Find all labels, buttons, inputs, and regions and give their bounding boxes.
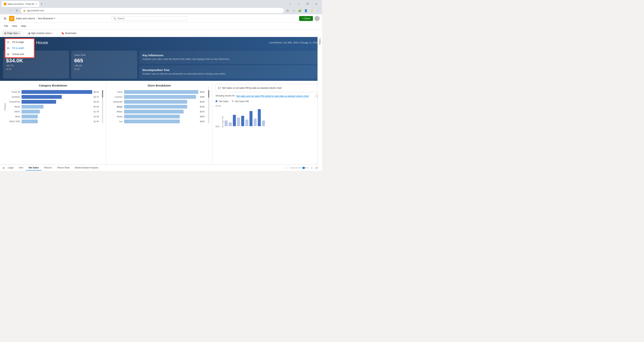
fit-to-page-option[interactable]: ⊡ Fit to page [5, 39, 34, 45]
settings-btn[interactable]: ⋮ [315, 8, 320, 13]
legend-dot-net-sales-pm: Net Sales PM [232, 100, 249, 103]
bookmarks-btn[interactable]: 🔖 Bookmarks [59, 30, 78, 36]
tab-title: Sales and returns - Power BI [8, 3, 34, 5]
filters-panel[interactable]: Filters [318, 37, 322, 171]
tab-legal[interactable]: Legal [5, 165, 16, 170]
user-avatar[interactable] [314, 16, 320, 21]
pbi-toolbar: ⊞ Page view ▾ ⊡ Fit to page ⊟ Fit to wid… [0, 30, 322, 37]
tab-close-btn[interactable]: ✕ [35, 3, 37, 5]
kpi-section: Net Sales $34.0K +67.7% vs /m Units Sold… [0, 48, 322, 81]
bar-fill-abbas [124, 110, 184, 114]
tab-nav-left-btn[interactable]: ◀ [2, 166, 5, 170]
profile-btn[interactable]: 👤 [303, 8, 308, 13]
menu-help[interactable]: Help [19, 24, 28, 28]
bar-fill-onenote [22, 95, 62, 99]
bar-value-leo: $30K [200, 120, 207, 122]
extensions-btn[interactable]: 🧩 [297, 8, 302, 13]
bar-fill-word [22, 115, 38, 118]
bar-container-abbas [124, 110, 198, 114]
bar-fill-powerbi [22, 90, 92, 94]
new-tab-button[interactable]: + [39, 2, 44, 6]
share-btn[interactable]: ↗ Share [299, 16, 313, 21]
bar-value-powerpoint: $3.2K [94, 101, 101, 103]
bar-fill-aliqui [124, 105, 187, 108]
bar-fill-powerpoint [22, 100, 56, 104]
report-dropdown-btn[interactable]: ▾ [54, 17, 55, 20]
decomposition-tree-desc: Enables users to drill into any dimensio… [142, 72, 316, 76]
menu-view[interactable]: View [10, 24, 19, 28]
minimize-btn[interactable] [294, 1, 303, 7]
store-breakdown-title: Store Breakdown [109, 84, 210, 87]
cast-btn[interactable]: ⊡ [285, 8, 290, 13]
tab-search-btn[interactable]: ⌄ [286, 1, 294, 7]
bar-value-skype: $2.0K [94, 106, 101, 108]
list-item [254, 118, 257, 126]
browser-tab-active[interactable]: Sales and returns - Power BI ✕ [2, 1, 39, 7]
tab-returns[interactable]: Returns [41, 165, 54, 170]
browser-actions: ⊡ ☆ 🧩 👤 ⚡ ⋮ [285, 8, 320, 13]
zoom-out-btn[interactable]: − [284, 166, 288, 170]
menu-file[interactable]: File [2, 24, 10, 28]
search-input[interactable] [117, 17, 155, 20]
bar-label-powerpoint: PowerPoint [7, 101, 20, 103]
tab-intro[interactable]: Intro [16, 165, 26, 170]
waffle-menu-btn[interactable]: ⊞ [2, 16, 8, 21]
net-sales-pm-legend-label: Net Sales PM [235, 100, 249, 103]
high-contrast-btn[interactable]: ◑ High-contrast colors ▾ [26, 30, 54, 36]
table-row: Power BI $6.5K [7, 90, 101, 94]
report-header: soft | Alpine Ski House Last Refresh: Ju… [0, 37, 322, 48]
maximize-btn[interactable] [303, 1, 312, 7]
sync-btn[interactable]: ⚡ [309, 8, 314, 13]
tab-net-sales[interactable]: Net Sales [26, 165, 41, 170]
page-view-btn[interactable]: ⊞ Page view ▾ [2, 30, 21, 36]
category-scrollbar[interactable] [102, 90, 103, 123]
close-btn[interactable] [312, 1, 320, 7]
tab-bar: Sales and returns - Power BI ✕ + ⌄ [0, 0, 322, 7]
bar-label-skype: Skype [7, 106, 20, 108]
tab-return-rate[interactable]: Return Rate [54, 165, 72, 170]
bar-value-aliqui: $34K [200, 106, 207, 108]
features-panel: Key Influencers Analyzes your data, rank… [140, 50, 319, 78]
zoom-slider[interactable] [290, 168, 308, 168]
bookmark-btn[interactable]: ☆ [291, 8, 296, 13]
high-contrast-icon: ◑ [28, 32, 30, 35]
zoom-in-btn[interactable]: + [310, 166, 314, 170]
key-influencers-title: Key Influencers [142, 54, 316, 57]
fit-to-width-option[interactable]: ⊟ Fit to width [5, 45, 34, 51]
category-scroll-thumb[interactable] [102, 90, 103, 98]
bar-value-contoso: $39K [200, 96, 207, 98]
ki-chart-wrapper: $100K $50K Net Sales PM [216, 105, 319, 128]
back-btn[interactable]: ← [2, 8, 7, 13]
store-info-icon[interactable]: ○ [208, 86, 209, 89]
table-row: XBOX ONE $1.5K [7, 120, 101, 123]
category-bar-chart: Power BI $6.5K OneNote $3 [7, 90, 101, 123]
actual-size-icon: ⊞ [7, 53, 10, 56]
actual-size-option[interactable]: ⊞ Actual size [5, 51, 34, 57]
store-scroll-thumb[interactable] [208, 90, 209, 98]
ki-showing-link[interactable]: Net sales and net sales PM sorted by sal… [236, 94, 309, 98]
window-controls: ⌄ [286, 1, 320, 7]
url-bar[interactable]: 🔒 app.powerbi.com [21, 8, 284, 13]
store-scrollbar[interactable] [208, 90, 209, 123]
bar-container-leo [124, 120, 198, 123]
zoom-thumb[interactable] [302, 167, 305, 169]
tab-market-basket[interactable]: Market Basket Analysis [72, 165, 101, 170]
forward-btn[interactable]: → [8, 8, 13, 13]
search-box[interactable]: 🔍 [111, 16, 187, 21]
bar-container-powerpoint [22, 100, 92, 104]
browser-chrome: Sales and returns - Power BI ✕ + ⌄ ← → ↻… [0, 0, 322, 14]
powerbi-app: ⊞ B Sales and returns | Non-Business ▾ 🔍… [0, 14, 322, 171]
bar-label-leo: Leo [109, 120, 122, 122]
list-item [262, 120, 265, 126]
fit-to-width-icon: ⊟ [7, 47, 10, 50]
y-100k: $100K [216, 105, 221, 107]
reload-btn[interactable]: ↻ [14, 8, 20, 13]
fit-to-page-label: Fit to page [12, 40, 24, 44]
bar-value-abbas: $32K [200, 110, 207, 113]
bar-fill-contoso [124, 95, 196, 99]
table-row: Barba $30K [109, 115, 208, 118]
ki-panel: 💬 Net Sales vs net sales PM by date as s… [212, 81, 322, 164]
bar-label-aliqui: Aliqui [109, 106, 122, 108]
fit-to-width-label: Fit to width [12, 47, 24, 50]
bar-container-xbox [22, 110, 92, 114]
